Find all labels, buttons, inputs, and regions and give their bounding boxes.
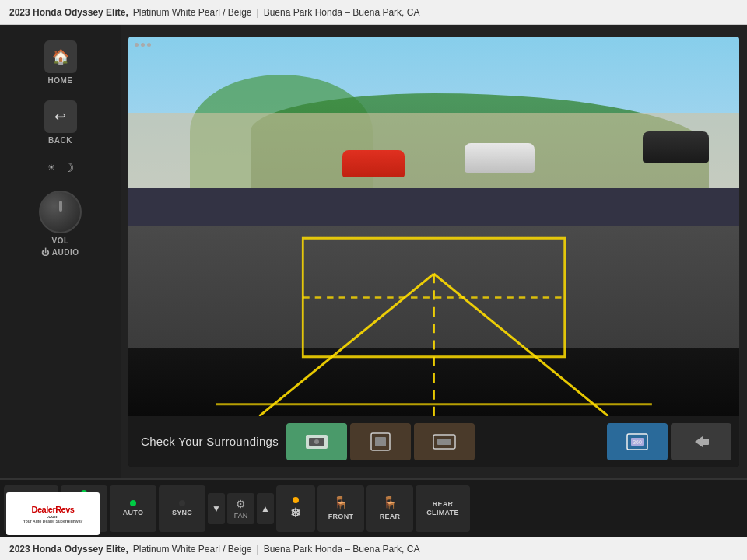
surround-view-button[interactable]: 360 (607, 423, 668, 460)
front-view-button[interactable] (414, 423, 475, 460)
top-view-icon (366, 430, 395, 453)
front-seat-icon: 🪑 (333, 495, 349, 510)
climate-controls-bar: FRONTCLIMATE ⚙ ION AUTO SYNC ▼ ⚙ FAN ▲ (0, 478, 747, 537)
road-surface (128, 226, 739, 359)
rear-camera-button[interactable] (286, 423, 347, 460)
svg-rect-10 (375, 437, 386, 446)
cam-dot-3 (147, 43, 151, 47)
brightness-low-icon: ☀ (47, 163, 55, 173)
ac-button[interactable]: ❄ (276, 485, 315, 532)
rear-seat-label: REAR (380, 513, 401, 521)
front-seat-button[interactable]: 🪑 FRONT (317, 485, 364, 532)
fan-icon: ⚙ (236, 498, 246, 510)
vol-label: VOL (51, 236, 68, 245)
volume-knob[interactable] (39, 191, 82, 233)
auto-button[interactable]: AUTO (110, 485, 156, 532)
bottom-bar: 2023 Honda Odyssey Elite, Platinum White… (0, 537, 747, 560)
screen-inner: Check Your Surroundings (128, 37, 739, 467)
sync-label: SYNC (172, 509, 192, 517)
rear-climate-button[interactable]: REARCLIMATE (416, 485, 470, 532)
dealer-logo: DealerRevs .com Your Auto Dealer SuperHi… (6, 492, 100, 535)
top-bar-dealer: Buena Park Honda – Buena Park, CA (264, 7, 420, 18)
fan-down-button[interactable]: ▼ (208, 493, 225, 524)
parking-scene (128, 37, 739, 416)
top-bar-color: Platinum White Pearl / Beige (133, 7, 252, 18)
svg-rect-12 (437, 439, 451, 445)
front-view-icon (430, 430, 458, 453)
sync-button[interactable]: SYNC (159, 485, 205, 532)
top-bar: 2023 Honda Odyssey Elite, Platinum White… (0, 0, 747, 25)
back-label: BACK (48, 136, 72, 145)
top-view-button[interactable] (350, 423, 411, 460)
surround-icon: 360 (623, 430, 651, 453)
bottom-bar-sep: | (257, 544, 259, 555)
auto-label: AUTO (123, 509, 144, 517)
bottom-bar-vehicle: 2023 Honda Odyssey Elite, (9, 544, 128, 555)
ac-indicator (293, 497, 299, 503)
top-bar-vehicle: 2023 Honda Odyssey Elite, (9, 7, 128, 18)
home-label: HOME (48, 76, 73, 85)
back-nav-button[interactable] (671, 423, 731, 460)
svg-point-8 (314, 439, 319, 444)
main-content: 🏠 HOME ↩ BACK ☀ ☽ VOL ⏻ AUDIO (0, 25, 747, 537)
brightness-high-icon: ☽ (63, 160, 74, 175)
ac-icon: ❄ (290, 506, 300, 520)
bottom-bar-dealer: Buena Park Honda – Buena Park, CA (264, 544, 420, 555)
audio-label: ⏻ AUDIO (41, 248, 79, 257)
fan-speed-control: ▼ ⚙ FAN ▲ (208, 493, 274, 524)
home-icon: 🏠 (44, 40, 77, 73)
back-icon: ↩ (44, 100, 77, 133)
brightness-control: ☀ ☽ (47, 160, 74, 175)
svg-rect-17 (703, 439, 709, 445)
surroundings-label: Check Your Surroundings (136, 430, 283, 453)
auto-indicator (130, 500, 136, 506)
car-white (465, 143, 535, 173)
home-button[interactable]: 🏠 HOME (44, 40, 77, 85)
rear-seat-button[interactable]: 🪑 REAR (366, 485, 413, 532)
front-seat-label: FRONT (328, 513, 354, 521)
infotainment-screen: Check Your Surroundings (128, 37, 739, 467)
sync-indicator (179, 500, 185, 506)
dealer-logo-main: DealerRevs (32, 505, 75, 514)
rear-climate-label: REARCLIMATE (426, 500, 458, 517)
rear-seat-icon: 🪑 (382, 495, 398, 510)
fan-label: FAN (234, 512, 248, 520)
back-nav-icon (687, 430, 715, 453)
fan-up-button[interactable]: ▲ (257, 493, 274, 524)
rear-cam-icon (303, 430, 331, 453)
fan-icon-display: ⚙ FAN (227, 493, 254, 524)
svg-marker-16 (695, 436, 703, 447)
camera-view (128, 37, 739, 416)
dealer-logo-tagline: Your Auto Dealer SuperHighway (23, 519, 82, 523)
cam-dot-2 (141, 43, 145, 47)
volume-control: VOL ⏻ AUDIO (39, 191, 82, 257)
bottom-bar-color: Platinum White Pearl / Beige (133, 544, 252, 555)
cam-dot-1 (135, 43, 139, 47)
console-area: 🏠 HOME ↩ BACK ☀ ☽ VOL ⏻ AUDIO (0, 25, 747, 478)
svg-text:360: 360 (633, 439, 642, 445)
car-red (342, 150, 405, 177)
car-dark (643, 131, 709, 163)
back-button[interactable]: ↩ BACK (44, 100, 77, 145)
camera-dots (135, 43, 151, 47)
left-controls-panel: 🏠 HOME ↩ BACK ☀ ☽ VOL ⏻ AUDIO (0, 25, 121, 478)
screen-view-controls: Check Your Surroundings (128, 416, 739, 467)
top-bar-sep: | (257, 7, 259, 18)
